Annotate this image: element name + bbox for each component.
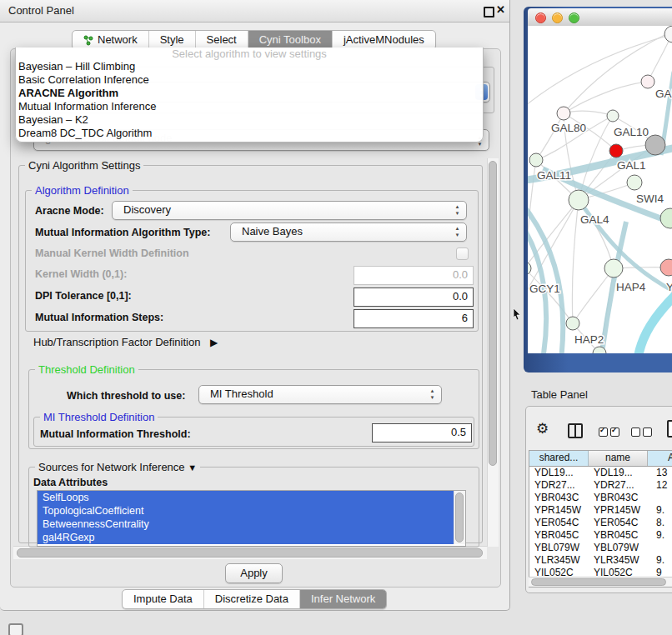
table-cell: YPR145W <box>529 504 589 517</box>
close-panel-icon[interactable]: ✕ <box>496 3 505 16</box>
gear-icon[interactable]: ⚙ <box>536 420 549 438</box>
table-cell: YDL19... <box>589 467 648 479</box>
combo-stepper-icon[interactable]: ▲▼ <box>452 225 463 238</box>
list-vscrollbar-thumb[interactable] <box>455 492 464 542</box>
network-edge[interactable] <box>564 111 613 116</box>
network-edge[interactable] <box>536 113 564 160</box>
manual-kernel-checkbox[interactable] <box>456 248 469 260</box>
table-row[interactable]: YBR043CYBR043C <box>529 492 672 504</box>
settings-vscrollbar-thumb[interactable] <box>489 161 497 466</box>
mi-algorithm-type-combobox[interactable]: Naive Bayes ▲▼ <box>230 222 467 242</box>
table-hscrollbar-thumb[interactable] <box>531 578 666 586</box>
table-row[interactable]: YDL19...YDL19...13 <box>529 467 672 479</box>
application-window: Control Panel ✕ Network Style Select Cyn… <box>0 0 672 635</box>
network-edge[interactable] <box>648 36 671 82</box>
table-cell: YBR045C <box>529 529 589 542</box>
table-row[interactable]: YDR27...YDR27...12 <box>529 479 672 492</box>
table-cell: YBR043C <box>589 492 648 504</box>
tab-discretize-data[interactable]: Discretize Data <box>203 590 299 608</box>
aracne-mode-combobox[interactable]: Discovery ▲▼ <box>112 201 467 220</box>
file-icon[interactable] <box>667 420 672 438</box>
table-row[interactable]: YPR145WYPR145W9. <box>529 504 672 517</box>
panel-title: Control Panel <box>8 4 74 17</box>
attribute-list-item[interactable]: gal4RGexp <box>38 531 465 544</box>
attribute-list-item[interactable]: BetweennessCentrality <box>38 518 465 531</box>
network-edge[interactable] <box>572 200 579 323</box>
table-row[interactable]: YER054CYER054C8. <box>529 517 672 529</box>
table-cell: 12 <box>648 479 672 492</box>
tab-infer-network[interactable]: Infer Network <box>299 590 386 608</box>
kernel-width-field[interactable]: 0.0 <box>354 266 474 285</box>
attribute-list-item[interactable]: TopologicalCoefficient <box>38 504 465 518</box>
table-cell: YDR27... <box>529 479 589 492</box>
combo-stepper-icon[interactable]: ▲▼ <box>427 388 438 401</box>
algorithm-option[interactable]: Basic Correlation Inference <box>16 73 483 87</box>
node-label: GAL80 <box>551 122 586 134</box>
unchecked-columns-icon[interactable] <box>631 428 652 437</box>
network-node-HAP2[interactable] <box>566 317 579 330</box>
mi-steps-label: Mutual Information Steps: <box>35 312 163 323</box>
network-edge[interactable] <box>564 82 648 113</box>
tab-cyni-toolbox[interactable]: Cyni Toolbox <box>248 31 332 49</box>
network-node-partial[interactable] <box>664 26 672 42</box>
algorithm-definition-label: Algorithm Definition <box>32 185 133 196</box>
minimized-panel-icon[interactable] <box>8 623 23 635</box>
attribute-list-item[interactable]: SelfLoops <box>38 491 465 504</box>
column-header-a[interactable]: A <box>648 451 672 466</box>
algorithm-option[interactable]: Mutual Information Inference <box>16 100 483 113</box>
node-label: GAL11 <box>537 169 571 182</box>
zoom-window-button[interactable] <box>569 12 579 23</box>
mi-steps-field[interactable]: 6 <box>354 309 474 328</box>
table-cell: 9. <box>648 554 672 567</box>
hub-definition-toggle[interactable]: Hub/Transcription Factor Definition ▶ <box>33 336 218 348</box>
network-window-titlebar[interactable] <box>528 8 672 27</box>
checked-columns-icon[interactable]: ✓ ✓ <box>599 428 619 437</box>
table-row[interactable]: YBL079WYBL079W <box>529 542 672 554</box>
network-node-HAP4[interactable] <box>604 259 623 278</box>
network-node-partial[interactable] <box>660 208 672 228</box>
network-node-GAL80[interactable] <box>557 107 570 120</box>
minimize-window-button[interactable] <box>552 12 563 23</box>
network-node-GAL4[interactable] <box>569 190 589 210</box>
combo-stepper-icon[interactable]: ▲▼ <box>452 203 463 217</box>
tab-network[interactable]: Network <box>73 31 148 49</box>
network-node-SWI4[interactable] <box>627 175 642 190</box>
algorithm-option[interactable]: Dream8 DC_TDC Algorithm <box>16 127 483 140</box>
table-row[interactable]: YLR345WYLR345W9. <box>529 554 672 567</box>
mi-threshold-group-label: MI Threshold Definition <box>40 412 158 422</box>
algorithm-option[interactable]: ARACNE Algorithm <box>16 87 483 100</box>
network-node-GAL10[interactable] <box>607 110 619 122</box>
apply-button[interactable]: Apply <box>225 563 283 583</box>
table-row[interactable]: YBR045CYBR045C9. <box>529 529 672 542</box>
network-node-GAL1[interactable] <box>609 144 623 158</box>
settings-hscrollbar-thumb[interactable] <box>17 548 483 558</box>
algorithm-option[interactable]: Bayesian – Hill Climbing <box>16 60 483 73</box>
close-window-button[interactable] <box>535 12 546 23</box>
network-edge[interactable] <box>564 32 669 113</box>
tab-style[interactable]: Style <box>148 31 195 49</box>
column-header-name[interactable]: name <box>589 451 648 466</box>
tab-select[interactable]: Select <box>195 31 248 49</box>
dpi-tolerance-field[interactable]: 0.0 <box>354 288 474 307</box>
network-edge[interactable] <box>528 34 672 109</box>
float-panel-icon[interactable] <box>484 7 494 18</box>
network-node-GAL[interactable] <box>641 75 654 88</box>
network-node-GAL11[interactable] <box>529 153 543 167</box>
network-canvas[interactable]: GALGAL80GAL10GAL1GAL11SWI4GAL4GCY1HAP4YH… <box>528 26 672 353</box>
data-attributes-list[interactable]: SelfLoopsTopologicalCoefficientBetweenne… <box>37 490 466 547</box>
aracne-mode-label: Aracne Mode: <box>35 205 104 217</box>
column-header-shared[interactable]: shared... <box>529 451 589 466</box>
mi-threshold-field[interactable]: 0.5 <box>372 423 472 442</box>
algorithm-option[interactable]: Bayesian – K2 <box>16 113 483 127</box>
table-cell: YLR345W <box>529 554 589 567</box>
tab-jactivemnodules[interactable]: jActiveMNodules <box>332 31 435 49</box>
node-label: HAP2 <box>574 333 604 346</box>
network-node-Y[interactable] <box>660 259 672 276</box>
network-node-GCY1[interactable] <box>528 262 531 275</box>
collapse-arrow-icon: ▶ <box>210 337 218 348</box>
sources-group-label[interactable]: Sources for Network Inference ▼ <box>35 462 200 473</box>
which-threshold-combobox[interactable]: MI Threshold ▲▼ <box>198 385 442 404</box>
column-layout-icon[interactable] <box>568 423 583 438</box>
tab-impute-data[interactable]: Impute Data <box>123 590 203 608</box>
network-edge[interactable] <box>638 294 672 353</box>
